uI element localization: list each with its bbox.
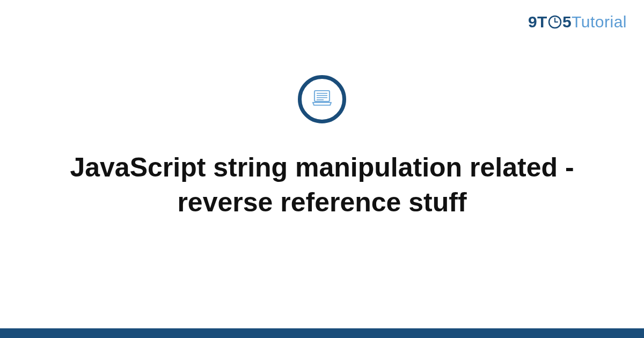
- laptop-icon-circle: [298, 75, 346, 123]
- page-title: JavaScript string manipulation related -…: [54, 150, 590, 220]
- laptop-icon: [309, 85, 335, 113]
- footer-accent-bar: [0, 328, 644, 338]
- main-content: JavaScript string manipulation related -…: [0, 0, 644, 338]
